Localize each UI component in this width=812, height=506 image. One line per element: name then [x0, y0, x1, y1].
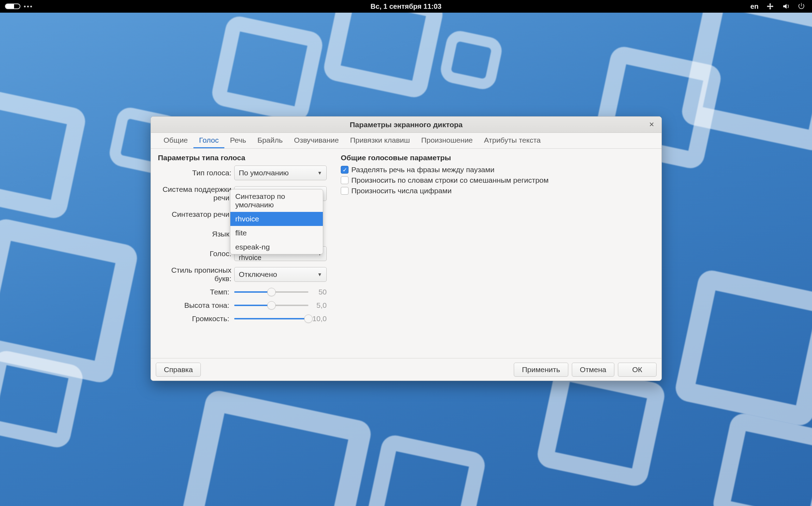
caps-style-combo[interactable]: Отключено ▼ [234, 267, 327, 282]
close-button[interactable]: × [647, 119, 657, 129]
tab-text-attributes[interactable]: Атрибуты текста [478, 133, 546, 148]
speech-system-label: Система поддержки речи: [158, 185, 234, 202]
tab-voice[interactable]: Голос [193, 133, 224, 148]
keyboard-layout[interactable]: en [750, 2, 759, 11]
clock[interactable]: Вс, 1 сентября 11:03 [371, 2, 442, 11]
cancel-button[interactable]: Отмена [572, 363, 614, 377]
digits-checkbox[interactable] [341, 187, 349, 195]
power-icon[interactable] [797, 2, 805, 10]
help-button[interactable]: Справка [156, 363, 201, 377]
chevron-down-icon: ▼ [317, 170, 322, 176]
voice-type-combo[interactable]: По умолчанию ▼ [234, 166, 327, 180]
chevron-down-icon: ▼ [317, 272, 322, 277]
pitch-value: 5,0 [308, 301, 327, 310]
dropdown-item-default-synth[interactable]: Синтезатор по умолчанию [230, 189, 323, 212]
tab-bar: Общие Голос Речь Брайль Озвучивание Прив… [151, 133, 661, 149]
voice-type-value: По умолчанию [239, 169, 289, 177]
speech-synth-label: Синтезатор речи: [158, 210, 234, 219]
pitch-label: Высота тона: [158, 301, 234, 310]
workspace-dots [24, 6, 32, 7]
voice-label: Голос: [158, 249, 234, 258]
tempo-slider[interactable] [234, 288, 308, 296]
screen-reader-settings-dialog: Параметры экранного диктора × Общие Голо… [151, 116, 662, 381]
dialog-footer: Справка Применить Отмена ОК [151, 358, 661, 381]
top-bar: Вс, 1 сентября 11:03 en [0, 0, 812, 13]
tempo-label: Темп: [158, 288, 234, 296]
dialog-titlebar: Параметры экранного диктора × [151, 117, 661, 133]
language-label: Язык: [158, 230, 234, 238]
speech-synth-dropdown: Синтезатор по умолчанию rhvoice flite es… [230, 189, 323, 254]
tab-braille[interactable]: Брайль [252, 133, 288, 148]
volume-icon[interactable] [782, 2, 789, 10]
volume-slider[interactable] [234, 314, 308, 323]
caps-style-label: Стиль прописных букв: [158, 266, 234, 283]
general-voice-section-title: Общие голосовые параметры [341, 154, 654, 162]
tempo-value: 50 [308, 288, 327, 296]
voice-type-label: Тип голоса: [158, 169, 234, 177]
tab-speech[interactable]: Речь [224, 133, 252, 148]
tab-pronunciation[interactable]: Произношение [416, 133, 479, 148]
volume-label: Громкость: [158, 314, 234, 323]
dialog-title: Параметры экранного диктора [350, 121, 462, 129]
mixed-case-checkbox[interactable] [341, 176, 349, 184]
activities-pill[interactable] [5, 4, 20, 9]
digits-label: Произносить числа цифрами [351, 187, 452, 195]
tab-echo[interactable]: Озвучивание [288, 133, 344, 148]
apply-button[interactable]: Применить [514, 363, 568, 377]
split-phrases-label: Разделять речь на фразы между паузами [351, 166, 494, 174]
dropdown-item-flite[interactable]: flite [230, 226, 323, 240]
pitch-slider[interactable] [234, 301, 308, 310]
tab-keybindings[interactable]: Привязки клавиш [344, 133, 415, 148]
network-icon[interactable] [766, 2, 774, 10]
dropdown-item-espeak-ng[interactable]: espeak-ng [230, 240, 323, 254]
ok-button[interactable]: ОК [618, 363, 657, 377]
dropdown-item-rhvoice[interactable]: rhvoice [230, 212, 323, 226]
caps-style-value: Отключено [239, 270, 277, 279]
voice-type-section-title: Параметры типа голоса [158, 154, 327, 162]
split-phrases-checkbox[interactable]: ✓ [341, 166, 349, 174]
mixed-case-label: Произносить по словам строки со смешанны… [351, 176, 549, 184]
tab-general[interactable]: Общие [158, 133, 193, 148]
